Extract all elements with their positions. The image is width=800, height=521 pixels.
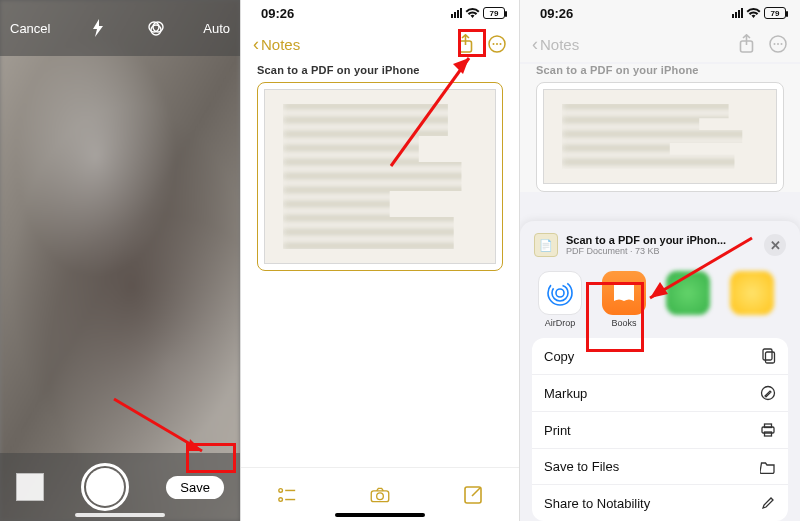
note-content-dimmed: Scan to a PDF on your iPhone [520, 64, 800, 192]
scanned-doc-page [264, 89, 496, 264]
close-icon: ✕ [770, 238, 781, 253]
cellular-icon [451, 8, 462, 18]
app-books[interactable]: Books [598, 271, 650, 328]
shutter-inner [86, 468, 124, 506]
scanned-doc-card[interactable] [257, 82, 503, 271]
svg-point-11 [500, 43, 502, 45]
app-airdrop[interactable]: AirDrop [534, 271, 586, 328]
battery-level: 79 [771, 9, 780, 18]
svg-point-28 [556, 289, 564, 297]
status-bar: 09:26 79 [241, 0, 519, 26]
back-label: Notes [540, 36, 579, 53]
cellular-icon [732, 8, 743, 18]
markup-icon [760, 385, 776, 401]
more-button[interactable] [487, 34, 507, 54]
app-blurred-2[interactable] [726, 271, 778, 328]
note-title: Scan to a PDF on your iPhone [257, 64, 503, 76]
svg-rect-36 [765, 432, 772, 436]
svg-point-26 [777, 43, 779, 45]
sheet-title: Scan to a PDF on your iPhon... [566, 234, 756, 246]
sheet-title-wrap: Scan to a PDF on your iPhon... PDF Docum… [566, 234, 756, 256]
action-share-notability[interactable]: Share to Notability [532, 485, 788, 521]
airdrop-icon [538, 271, 582, 315]
note-content: Scan to a PDF on your iPhone [241, 64, 519, 271]
flash-icon[interactable] [88, 18, 108, 38]
action-save-to-files[interactable]: Save to Files [532, 449, 788, 485]
share-button[interactable] [455, 34, 475, 54]
svg-point-9 [493, 43, 495, 45]
svg-point-19 [377, 492, 384, 499]
save-button[interactable]: Save [166, 476, 224, 499]
status-right-icons: 79 [732, 7, 786, 19]
files-icon [760, 460, 776, 474]
svg-rect-31 [763, 349, 772, 360]
wifi-icon [465, 7, 480, 19]
blurred-app-icon [666, 271, 710, 315]
home-indicator [75, 513, 165, 517]
action-print[interactable]: Print [532, 412, 788, 449]
camera-bottom-toolbar: Save [0, 453, 240, 521]
checklist-icon[interactable] [277, 485, 297, 505]
svg-point-3 [151, 25, 161, 35]
camera-top-toolbar: Cancel Auto [0, 0, 240, 56]
chevron-left-icon: ‹ [253, 35, 259, 53]
status-right-icons: 79 [451, 7, 505, 19]
camera-viewfinder [0, 0, 240, 521]
share-sheet: 📄 Scan to a PDF on your iPhon... PDF Doc… [520, 221, 800, 521]
notes-navbar-dimmed: ‹ Notes [520, 26, 800, 62]
note-title: Scan to a PDF on your iPhone [536, 64, 784, 76]
scanned-doc-page [543, 89, 777, 184]
cancel-button[interactable]: Cancel [10, 21, 50, 36]
status-time: 09:26 [261, 6, 294, 21]
battery-level: 79 [490, 9, 499, 18]
print-icon [760, 422, 776, 438]
action-markup[interactable]: Markup [532, 375, 788, 412]
screen-camera-scan: Cancel Auto Save [0, 0, 240, 521]
svg-point-27 [781, 43, 783, 45]
svg-point-10 [496, 43, 498, 45]
svg-line-21 [472, 488, 480, 496]
wifi-icon [746, 7, 761, 19]
doc-blurred-text [283, 104, 477, 249]
app-blurred-1[interactable] [662, 271, 714, 328]
pencil-icon [760, 495, 776, 511]
screen-share-sheet: 09:26 79 ‹ Notes Scan to a PDF on your i… [520, 0, 800, 521]
scan-thumbnail[interactable] [16, 473, 44, 501]
battery-icon: 79 [483, 7, 505, 19]
back-button: ‹ Notes [532, 35, 579, 53]
share-button [736, 34, 756, 54]
more-button [768, 34, 788, 54]
filters-icon[interactable] [146, 18, 166, 38]
sheet-doc-thumb-icon: 📄 [534, 233, 558, 257]
books-icon [602, 271, 646, 315]
status-bar: 09:26 79 [520, 0, 800, 26]
sheet-subtitle: PDF Document · 73 KB [566, 246, 756, 256]
svg-point-25 [774, 43, 776, 45]
action-label: Share to Notability [544, 496, 650, 511]
share-apps-row: AirDrop Books [532, 265, 788, 338]
auto-mode-button[interactable]: Auto [203, 21, 230, 36]
navbar-actions [736, 34, 788, 54]
share-actions-list: Copy Markup Print Save to Files [532, 338, 788, 521]
svg-point-29 [552, 285, 568, 301]
app-label-airdrop: AirDrop [545, 318, 576, 328]
action-label: Print [544, 423, 571, 438]
svg-point-16 [279, 497, 283, 501]
scanned-doc-card [536, 82, 784, 192]
back-label: Notes [261, 36, 300, 53]
app-label-books: Books [611, 318, 636, 328]
home-indicator [335, 513, 425, 517]
doc-blurred-text [562, 104, 758, 169]
shutter-button[interactable] [81, 463, 129, 511]
action-label: Markup [544, 386, 587, 401]
svg-point-14 [279, 488, 283, 492]
close-button[interactable]: ✕ [764, 234, 786, 256]
compose-icon[interactable] [463, 485, 483, 505]
back-button[interactable]: ‹ Notes [253, 35, 300, 53]
camera-toolbar-icon[interactable] [370, 485, 390, 505]
blurred-app-icon [730, 271, 774, 315]
battery-icon: 79 [764, 7, 786, 19]
action-copy[interactable]: Copy [532, 338, 788, 375]
svg-rect-32 [766, 352, 775, 363]
status-time: 09:26 [540, 6, 573, 21]
